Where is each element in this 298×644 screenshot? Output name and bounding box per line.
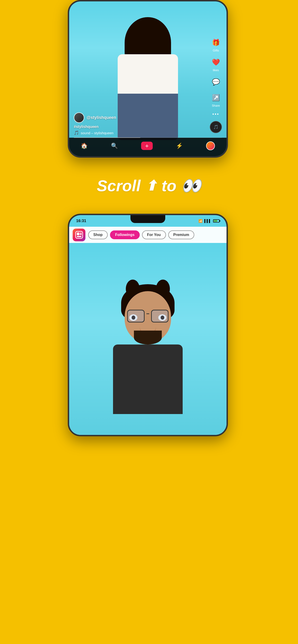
nav-avatar[interactable] bbox=[206, 142, 215, 150]
shirt-2 bbox=[113, 344, 183, 414]
nav-tabs: Shop Followings For You Premium bbox=[88, 230, 223, 239]
gifts-button[interactable]: 🎁 Gifts bbox=[210, 37, 222, 52]
beard bbox=[134, 330, 162, 344]
music-note-icon: 🎵 bbox=[74, 130, 79, 136]
tab-shop[interactable]: Shop bbox=[88, 230, 108, 239]
nav-add-button[interactable]: + bbox=[141, 142, 153, 150]
head bbox=[122, 284, 173, 342]
comment-button[interactable]: 💬 bbox=[210, 76, 222, 88]
scroll-instruction-text: Scroll ⬆ to 👀 bbox=[97, 176, 201, 195]
phone-1-frame: 🎁 Gifts ❤️ likes 💬 ↗️ Share bbox=[68, 0, 228, 158]
nav-search[interactable]: 🔍 bbox=[111, 142, 118, 149]
share-icon: ↗️ bbox=[210, 92, 222, 104]
music-row: 🎵 sound – stylishqueen bbox=[74, 130, 208, 136]
search-icon: 🔍 bbox=[111, 142, 118, 149]
more-dots-icon: ••• bbox=[212, 112, 219, 117]
tab-premium[interactable]: Premium bbox=[168, 230, 194, 239]
scroll-arrow-icon: ⬆ bbox=[145, 178, 157, 194]
tab-followings[interactable]: Followings bbox=[110, 230, 140, 239]
battery-icon bbox=[213, 219, 219, 222]
user-info: @stylishqueen #stylishqueen 🎵 sound – st… bbox=[74, 112, 208, 136]
use-my-sound-badge[interactable]: 🎵 bbox=[210, 121, 222, 133]
logo-svg bbox=[75, 231, 83, 239]
glasses bbox=[126, 310, 170, 322]
lightning-icon: ⚡ bbox=[176, 142, 183, 149]
gift-icon: 🎁 bbox=[210, 37, 222, 48]
status-icons: 📶 ▌▌▌ bbox=[198, 219, 219, 223]
glass-bridge bbox=[146, 314, 149, 314]
action-buttons: 🎁 Gifts ❤️ likes 💬 ↗️ Share bbox=[210, 37, 222, 133]
signal-icon: ▌▌▌ bbox=[204, 219, 211, 223]
left-lens bbox=[127, 310, 145, 322]
home-icon: 🏠 bbox=[81, 142, 88, 149]
eyes-emoji-icon: 👀 bbox=[181, 176, 201, 195]
battery-fill bbox=[214, 220, 217, 222]
phone-2-screen: 16:31 📶 ▌▌▌ bbox=[69, 215, 226, 435]
nav-home[interactable]: 🏠 bbox=[81, 142, 88, 149]
notch bbox=[130, 215, 165, 223]
wifi-icon: 📶 bbox=[198, 219, 202, 223]
status-time: 16:31 bbox=[76, 218, 86, 223]
scroll-word: Scroll bbox=[97, 177, 141, 195]
svg-rect-1 bbox=[77, 232, 80, 235]
right-lens bbox=[151, 310, 168, 322]
likes-button[interactable]: ❤️ likes bbox=[210, 56, 222, 72]
likes-label: likes bbox=[213, 68, 219, 72]
app-header: Shop Followings For You Premium bbox=[69, 227, 226, 243]
bottom-nav: 🏠 🔍 + ⚡ bbox=[69, 138, 226, 156]
hashtag: #stylishqueen bbox=[74, 125, 208, 129]
app-logo-inner bbox=[73, 228, 85, 241]
heart-icon: ❤️ bbox=[210, 56, 222, 68]
gifts-label: Gifts bbox=[213, 49, 219, 52]
share-button[interactable]: ↗️ Share bbox=[210, 92, 222, 107]
more-button[interactable]: ••• bbox=[212, 112, 219, 117]
phone-2-frame: 16:31 📶 ▌▌▌ bbox=[68, 214, 228, 436]
comment-icon: 💬 bbox=[210, 76, 222, 88]
username: @stylishqueen bbox=[87, 115, 116, 120]
svg-rect-2 bbox=[80, 232, 82, 235]
share-label: Share bbox=[212, 104, 220, 107]
plus-icon: + bbox=[145, 142, 149, 150]
user-row: @stylishqueen bbox=[74, 112, 208, 123]
phone-1-screen: 🎁 Gifts ❤️ likes 💬 ↗️ Share bbox=[69, 2, 226, 156]
to-word: to bbox=[162, 177, 176, 195]
person-figure-2 bbox=[101, 272, 194, 435]
svg-rect-3 bbox=[77, 236, 82, 237]
tab-for-you[interactable]: For You bbox=[142, 230, 166, 239]
person-2-container bbox=[69, 243, 226, 435]
sound-name: sound – stylishqueen bbox=[81, 131, 114, 135]
phone-2-wrapper: 16:31 📶 ▌▌▌ bbox=[68, 214, 230, 436]
nav-lightning[interactable]: ⚡ bbox=[176, 142, 183, 149]
scroll-section: Scroll ⬆ to 👀 bbox=[0, 158, 298, 214]
avatar bbox=[74, 112, 84, 123]
app-logo[interactable] bbox=[73, 228, 85, 241]
phone-1-wrapper: 🎁 Gifts ❤️ likes 💬 ↗️ Share bbox=[68, 0, 230, 158]
